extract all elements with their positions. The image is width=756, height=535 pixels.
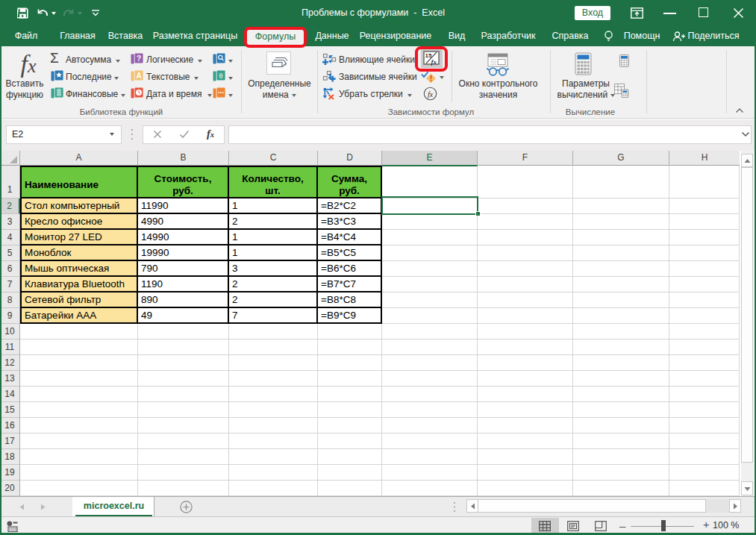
- svg-text:?: ?: [137, 54, 141, 63]
- svg-text:θ: θ: [219, 72, 222, 80]
- svg-text:!: !: [430, 74, 433, 83]
- svg-text:fx: fx: [428, 90, 434, 98]
- svg-text:A: A: [136, 72, 141, 80]
